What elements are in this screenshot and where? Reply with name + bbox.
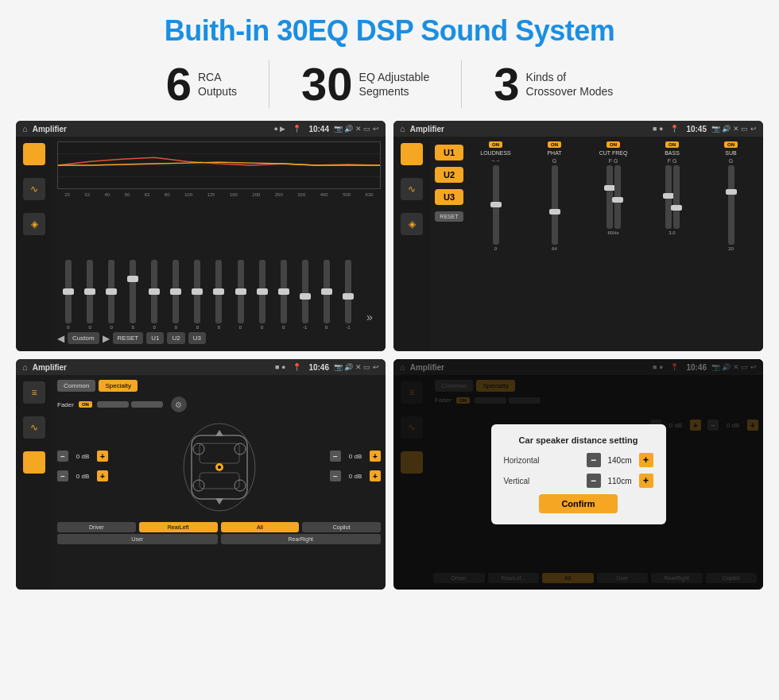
fl-plus-btn[interactable]: + — [97, 451, 108, 462]
rear-left-btn[interactable]: RearLeft — [139, 522, 218, 532]
user-btn[interactable]: User — [57, 534, 218, 544]
status-time-1: 10:44 — [308, 125, 329, 133]
eq-slider-1[interactable]: 0 — [80, 260, 99, 330]
rl-minus-btn[interactable]: − — [57, 470, 68, 481]
all-btn[interactable]: All — [221, 522, 300, 532]
rr-minus-btn[interactable]: − — [330, 470, 341, 481]
cutfreq-labels: FG — [609, 158, 618, 164]
waveform-icon[interactable]: ∿ — [23, 178, 45, 200]
eq-slider-9[interactable]: 0 — [253, 260, 272, 330]
eq-slider-3[interactable]: 5 — [123, 260, 142, 330]
fader-bar-2[interactable] — [131, 401, 163, 408]
eq-slider-4[interactable]: 0 — [145, 260, 164, 330]
horizontal-value: 140cm — [604, 456, 636, 465]
horizontal-plus-btn[interactable]: + — [639, 453, 653, 467]
sub-slider[interactable] — [728, 165, 734, 245]
rear-right-btn[interactable]: RearRight — [221, 534, 382, 544]
cutfreq-label: CUT FREQ — [599, 150, 628, 156]
fl-minus-btn[interactable]: − — [57, 451, 68, 462]
u2-btn-eq[interactable]: U2 — [167, 332, 184, 344]
home-icon-3: ⌂ — [22, 362, 28, 372]
main-title: Buith-in 30EQ DSP Sound System — [165, 14, 614, 48]
u1-btn-eq[interactable]: U1 — [146, 332, 164, 344]
next-arrow-icon[interactable]: ▶ — [103, 333, 110, 344]
eq-slider-2[interactable]: 0 — [102, 260, 121, 330]
stat-number-rca: 6 — [166, 61, 192, 107]
reset-btn-eq[interactable]: RESET — [113, 332, 144, 344]
loudness-slider[interactable] — [493, 165, 499, 245]
eq-slider-0[interactable]: 0 — [59, 260, 78, 330]
specialty-tab[interactable]: Specialty — [99, 380, 137, 392]
fr-minus-btn[interactable]: − — [330, 451, 341, 462]
u3-button[interactable]: U3 — [435, 189, 463, 205]
sub-on[interactable]: ON — [724, 141, 738, 148]
rl-plus-btn[interactable]: + — [97, 470, 108, 481]
custom-btn[interactable]: Custom — [68, 332, 99, 344]
stat-number-eq: 30 — [301, 61, 353, 107]
speaker-icon[interactable]: ◈ — [23, 213, 45, 235]
fader-bar-1[interactable] — [97, 401, 129, 408]
phat-slider[interactable] — [552, 165, 558, 245]
rr-plus-btn[interactable]: + — [370, 470, 381, 481]
common-tab[interactable]: Common — [57, 380, 95, 392]
eq-slider-12[interactable]: 0 — [317, 260, 336, 330]
car-diagram — [172, 416, 267, 519]
loudness-val: 0 — [494, 246, 497, 251]
status-icons-right-2: 📷 🔊 ✕ ▭ ↩ — [711, 125, 757, 133]
u2-button[interactable]: U2 — [435, 167, 463, 183]
bass-slider-f[interactable] — [665, 165, 672, 229]
eq-slider-expand[interactable]: » — [360, 311, 379, 330]
speaker-icon-3[interactable]: ◈ — [23, 451, 45, 474]
horizontal-minus-btn[interactable]: − — [587, 453, 601, 467]
svg-point-13 — [218, 466, 221, 469]
eq-slider-5[interactable]: 0 — [166, 260, 185, 330]
horizontal-label: Horizontal — [504, 456, 540, 465]
eq-icon-3[interactable]: ≡ — [23, 381, 45, 404]
driver-btn[interactable]: Driver — [57, 522, 136, 532]
u1-button[interactable]: U1 — [435, 145, 463, 160]
u3-btn-eq[interactable]: U3 — [188, 332, 206, 344]
fader-layout: − 0 dB + − 0 dB + — [57, 416, 381, 519]
prev-arrow-icon[interactable]: ◀ — [57, 333, 64, 344]
stats-row: 6 RCA Outputs 30 EQ Adjustable Segments … — [16, 60, 763, 108]
left-panel-1: ≡ ∿ ◈ — [16, 137, 52, 351]
cutfreq-slider-g[interactable] — [614, 165, 621, 229]
stat-text-eq: EQ Adjustable Segments — [359, 70, 430, 99]
fader-on-toggle[interactable]: ON — [79, 401, 92, 408]
eq-slider-6[interactable]: 0 — [188, 260, 207, 330]
copilot-btn[interactable]: Copilot — [302, 522, 381, 532]
svg-marker-14 — [215, 430, 223, 436]
eq-icon-2[interactable]: ≡ — [401, 143, 423, 165]
bass-slider-g[interactable] — [673, 165, 680, 229]
eq-slider-13[interactable]: -1 — [339, 260, 358, 330]
cutfreq-on[interactable]: ON — [607, 141, 620, 148]
page-wrapper: Buith-in 30EQ DSP Sound System 6 RCA Out… — [0, 0, 779, 700]
confirm-button[interactable]: Confirm — [539, 494, 617, 513]
bass-on[interactable]: ON — [665, 141, 679, 148]
vertical-minus-btn[interactable]: − — [587, 474, 601, 488]
eq-slider-7[interactable]: 0 — [209, 260, 228, 330]
settings-icon[interactable]: ⚙ — [171, 396, 187, 412]
loudness-on[interactable]: ON — [489, 141, 502, 148]
phat-on[interactable]: ON — [548, 141, 561, 148]
eq-icon[interactable]: ≡ — [23, 143, 45, 165]
reset-btn-crossover[interactable]: RESET — [435, 211, 463, 222]
phat-label: PHAT — [547, 150, 561, 156]
vertical-plus-btn[interactable]: + — [639, 474, 653, 488]
fader-sliders — [97, 401, 163, 408]
phat-g-label: G — [552, 158, 556, 164]
status-bar-1: ⌂ Amplifier ● ▶ 📍 10:44 📷 🔊 ✕ ▭ ↩ — [16, 121, 386, 137]
eq-slider-11[interactable]: -1 — [296, 260, 315, 330]
sub-control: ON SUB G 20 — [703, 141, 758, 346]
eq-slider-10[interactable]: 0 — [274, 260, 293, 330]
waveform-icon-2[interactable]: ∿ — [401, 178, 423, 200]
speaker-icon-2[interactable]: ◈ — [401, 213, 423, 235]
waveform-icon-3[interactable]: ∿ — [23, 416, 45, 439]
screen1-content: ≡ ∿ ◈ — [16, 137, 386, 351]
screen3-content: ≡ ∿ ◈ Common Specialty Fader ON — [16, 375, 386, 590]
eq-slider-8[interactable]: 0 — [231, 260, 250, 330]
fr-plus-btn[interactable]: + — [370, 451, 381, 462]
svg-marker-15 — [215, 498, 223, 505]
screen2-content: ≡ ∿ ◈ U1 U2 U3 RESET — [393, 137, 763, 351]
right-db-controls: − 0 dB + − 0 dB + — [330, 451, 381, 484]
